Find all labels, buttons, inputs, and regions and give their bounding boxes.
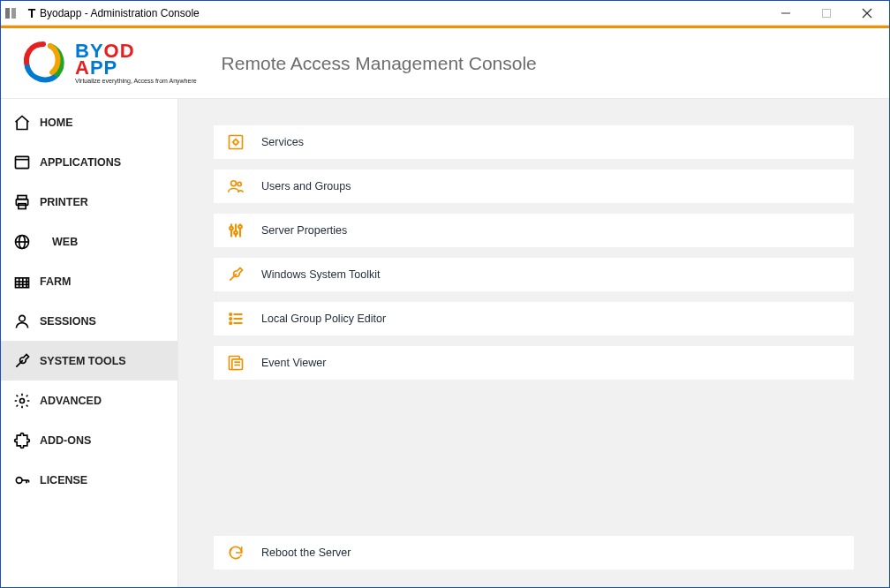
reboot-icon — [226, 543, 245, 562]
sliders-icon — [226, 221, 245, 240]
tool-label: Server Properties — [261, 224, 347, 237]
gear-icon — [13, 392, 31, 410]
tool-label: Reboot the Server — [261, 547, 351, 559]
sidebar-item-label: APPLICATIONS — [40, 156, 121, 169]
wrench-icon — [13, 352, 31, 370]
tool-reboot-server[interactable]: Reboot the Server — [214, 536, 854, 569]
key-icon — [13, 471, 31, 489]
svg-point-31 — [230, 227, 233, 230]
sidebar-item-label: WEB — [52, 236, 78, 248]
header: BYOD APP Virtualize everything, Access f… — [1, 28, 889, 99]
logo-line2a: A — [75, 57, 90, 79]
sidebar-item-advanced[interactable]: ADVANCED — [1, 381, 177, 420]
svg-point-29 — [238, 182, 241, 185]
globe-icon — [13, 233, 31, 251]
sidebar: HOME APPLICATIONS PRINTER WEB FAR — [1, 99, 178, 587]
tool-label: Local Group Policy Editor — [261, 313, 386, 325]
person-icon — [13, 313, 31, 330]
users-icon — [226, 177, 245, 196]
list-icon — [226, 309, 245, 328]
minimize-button[interactable] — [766, 1, 806, 26]
sidebar-item-label: ADVANCED — [40, 395, 102, 407]
sidebar-item-home[interactable]: HOME — [1, 102, 177, 142]
tool-services[interactable]: Services — [214, 125, 854, 159]
svg-rect-0 — [5, 8, 10, 19]
app-icon — [4, 7, 17, 19]
svg-point-22 — [16, 477, 22, 483]
applications-icon — [13, 154, 31, 171]
services-icon — [226, 132, 245, 152]
svg-point-28 — [231, 181, 237, 186]
svg-rect-6 — [16, 156, 29, 168]
sidebar-item-printer[interactable]: PRINTER — [1, 182, 177, 222]
tool-label: Services — [261, 136, 304, 148]
svg-point-36 — [230, 313, 231, 315]
svg-point-35 — [238, 225, 242, 229]
sidebar-item-license[interactable]: LICENSE — [1, 460, 177, 500]
svg-point-40 — [230, 322, 231, 324]
sidebar-item-applications[interactable]: APPLICATIONS — [1, 142, 177, 182]
sidebar-item-web[interactable]: WEB — [1, 222, 177, 261]
svg-point-33 — [234, 231, 238, 235]
tool-group-policy[interactable]: Local Group Policy Editor — [214, 302, 854, 335]
maximize-button[interactable] — [806, 1, 847, 26]
content: Services Users and Groups Server Propert… — [178, 99, 889, 587]
close-button[interactable] — [847, 1, 887, 26]
logo: BYOD APP Virtualize everything, Access f… — [19, 39, 197, 88]
svg-point-38 — [230, 318, 231, 320]
svg-rect-1 — [11, 8, 16, 19]
tool-server-properties[interactable]: Server Properties — [214, 214, 854, 247]
sidebar-item-addons[interactable]: ADD-ONS — [1, 420, 177, 460]
svg-point-20 — [19, 315, 26, 321]
logo-line2b: PP — [90, 57, 117, 79]
svg-rect-3 — [823, 9, 831, 17]
tool-users-groups[interactable]: Users and Groups — [214, 170, 854, 203]
wrench-icon — [226, 265, 245, 284]
sidebar-item-system-tools[interactable]: SYSTEM TOOLS — [1, 341, 177, 381]
sidebar-item-sessions[interactable]: SESSIONS — [1, 301, 177, 341]
titlebar: T Byodapp - Administration Console — [1, 1, 889, 26]
svg-point-21 — [20, 398, 25, 403]
tool-label: Event Viewer — [261, 357, 326, 369]
page-title: Remote Access Management Console — [222, 53, 537, 74]
logo-tagline: Virtualize everything, Access from Anywh… — [75, 79, 197, 84]
tool-label: Users and Groups — [261, 180, 351, 192]
svg-point-27 — [234, 140, 238, 145]
sidebar-item-label: HOME — [40, 117, 73, 129]
puzzle-icon — [13, 432, 31, 449]
sidebar-item-farm[interactable]: FARM — [1, 261, 177, 301]
sidebar-item-label: ADD-ONS — [40, 434, 91, 447]
logo-ring-icon — [19, 39, 68, 88]
sidebar-item-label: LICENSE — [40, 474, 87, 486]
home-icon — [13, 114, 31, 132]
tool-event-viewer[interactable]: Event Viewer — [214, 346, 854, 380]
logo-text: BYOD APP Virtualize everything, Access f… — [75, 42, 197, 85]
farm-icon — [13, 273, 31, 290]
app-secondary-icon: T — [26, 6, 38, 20]
sidebar-item-label: SESSIONS — [40, 315, 96, 328]
sidebar-item-label: PRINTER — [40, 196, 88, 208]
event-viewer-icon — [226, 353, 245, 373]
printer-icon — [13, 193, 31, 211]
sidebar-item-label: SYSTEM TOOLS — [40, 355, 126, 367]
tool-list: Services Users and Groups Server Propert… — [214, 125, 854, 380]
tool-windows-toolkit[interactable]: Windows System Toolkit — [214, 258, 854, 291]
tool-label: Windows System Toolkit — [261, 268, 381, 281]
svg-rect-26 — [230, 136, 243, 149]
sidebar-item-label: FARM — [40, 275, 71, 288]
window-title: Byodapp - Administration Console — [40, 7, 200, 19]
